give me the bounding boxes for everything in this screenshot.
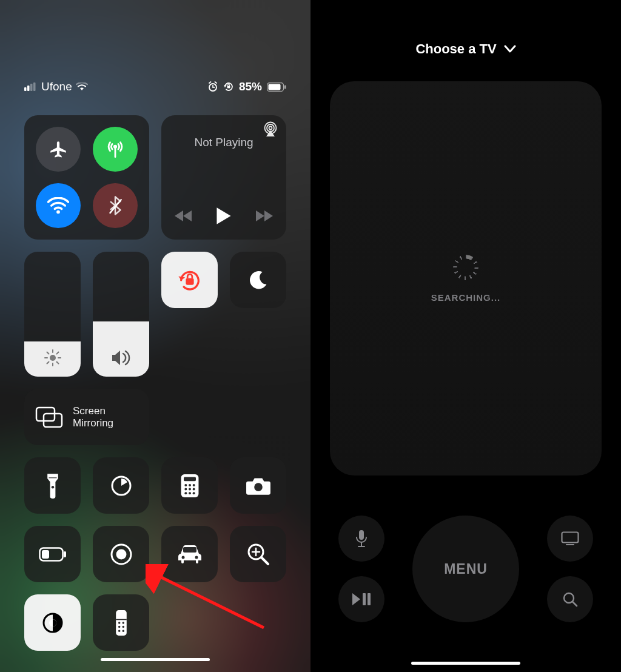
svg-point-53 xyxy=(192,492,195,494)
svg-marker-25 xyxy=(256,210,264,221)
svg-rect-62 xyxy=(183,547,196,553)
svg-line-88 xyxy=(572,602,577,606)
svg-marker-82 xyxy=(352,593,360,605)
timer-button[interactable] xyxy=(93,457,149,514)
svg-point-50 xyxy=(192,488,195,490)
svg-rect-84 xyxy=(368,593,371,605)
svg-rect-56 xyxy=(42,550,49,559)
home-indicator[interactable] xyxy=(411,662,520,665)
menu-button[interactable]: MENU xyxy=(412,516,519,622)
wifi-button[interactable] xyxy=(36,183,81,228)
timer-icon xyxy=(109,474,133,498)
choose-tv-button[interactable]: Choose a TV xyxy=(310,41,621,57)
svg-point-29 xyxy=(50,355,56,361)
tv-home-button[interactable] xyxy=(547,516,593,562)
svg-point-51 xyxy=(184,492,187,494)
cellular-data-button[interactable] xyxy=(93,127,138,172)
airplane-mode-button[interactable] xyxy=(36,127,81,172)
svg-rect-2 xyxy=(30,84,33,91)
play-pause-icon xyxy=(352,593,371,606)
svg-marker-22 xyxy=(183,210,192,221)
svg-point-61 xyxy=(195,556,198,559)
magnifier-button[interactable] xyxy=(230,526,286,582)
record-icon xyxy=(109,542,133,566)
low-power-mode-button[interactable] xyxy=(24,526,81,582)
volume-slider[interactable] xyxy=(93,252,149,377)
svg-rect-69 xyxy=(116,610,127,636)
svg-point-20 xyxy=(269,127,272,130)
loading-spinner-icon xyxy=(453,255,478,280)
svg-rect-79 xyxy=(359,530,364,540)
airplay-icon[interactable] xyxy=(262,121,279,137)
rewind-button[interactable] xyxy=(175,209,193,223)
svg-point-73 xyxy=(118,625,120,628)
control-center: Ufone 85% xyxy=(0,0,310,672)
siri-button[interactable] xyxy=(338,516,384,562)
brightness-icon xyxy=(44,349,62,367)
search-button[interactable] xyxy=(547,576,593,622)
svg-rect-83 xyxy=(363,593,366,605)
battery-percent: 85% xyxy=(239,80,262,93)
svg-rect-85 xyxy=(562,533,579,543)
remote-icon xyxy=(115,610,127,636)
screen-mirroring-label: Screen Mirroring xyxy=(73,405,113,429)
svg-point-40 xyxy=(51,486,53,488)
magnifier-plus-icon xyxy=(246,542,270,566)
svg-rect-57 xyxy=(64,551,66,557)
screen-mirroring-icon xyxy=(35,406,63,428)
battery-low-icon xyxy=(39,547,67,562)
calculator-button[interactable] xyxy=(161,457,218,514)
svg-rect-3 xyxy=(33,82,36,91)
moon-icon xyxy=(247,269,269,291)
orientation-lock-button[interactable] xyxy=(161,252,218,308)
battery-icon xyxy=(267,82,286,92)
svg-point-46 xyxy=(189,483,191,486)
svg-rect-13 xyxy=(284,85,286,89)
camera-button[interactable] xyxy=(230,457,286,514)
svg-marker-23 xyxy=(175,210,183,221)
cellular-signal-icon xyxy=(24,82,38,91)
media-tile[interactable]: Not Playing xyxy=(161,115,286,240)
screen-record-button[interactable] xyxy=(93,526,149,582)
antenna-icon xyxy=(105,139,126,160)
svg-point-60 xyxy=(181,556,184,559)
wifi-icon xyxy=(47,197,69,214)
tv-icon xyxy=(561,531,579,546)
dark-mode-button[interactable] xyxy=(24,594,81,651)
svg-line-8 xyxy=(215,82,217,83)
driving-mode-button[interactable] xyxy=(161,526,218,582)
chevron-down-icon xyxy=(504,45,516,53)
svg-line-37 xyxy=(47,362,49,364)
play-pause-button[interactable] xyxy=(338,576,384,622)
svg-line-34 xyxy=(47,352,49,354)
svg-rect-28 xyxy=(186,278,193,284)
svg-line-7 xyxy=(209,82,211,83)
svg-rect-1 xyxy=(27,86,30,91)
home-indicator[interactable] xyxy=(101,658,210,661)
svg-rect-44 xyxy=(184,477,196,481)
screen-mirroring-button[interactable]: Screen Mirroring xyxy=(24,389,149,445)
brightness-slider[interactable] xyxy=(24,252,81,377)
orientation-lock-status-icon xyxy=(223,81,234,92)
apple-tv-remote-button[interactable] xyxy=(93,594,149,651)
svg-point-45 xyxy=(184,483,187,486)
play-button[interactable] xyxy=(216,207,232,225)
choose-tv-label: Choose a TV xyxy=(415,41,496,57)
forward-button[interactable] xyxy=(255,209,273,223)
bluetooth-button[interactable] xyxy=(93,183,138,228)
svg-line-36 xyxy=(56,352,58,354)
svg-point-16 xyxy=(56,210,60,214)
orientation-lock-icon xyxy=(176,267,203,294)
flashlight-button[interactable] xyxy=(24,457,81,514)
svg-marker-24 xyxy=(217,207,230,224)
connectivity-tile[interactable] xyxy=(24,115,149,240)
camera-icon xyxy=(246,476,271,496)
do-not-disturb-button[interactable] xyxy=(230,252,286,308)
svg-point-52 xyxy=(189,492,191,494)
car-icon xyxy=(176,544,203,565)
svg-point-76 xyxy=(122,630,124,632)
dark-mode-icon xyxy=(41,611,65,635)
alarm-icon xyxy=(207,81,218,92)
remote-trackpad[interactable]: SEARCHING... xyxy=(330,81,602,475)
svg-point-47 xyxy=(192,483,195,486)
